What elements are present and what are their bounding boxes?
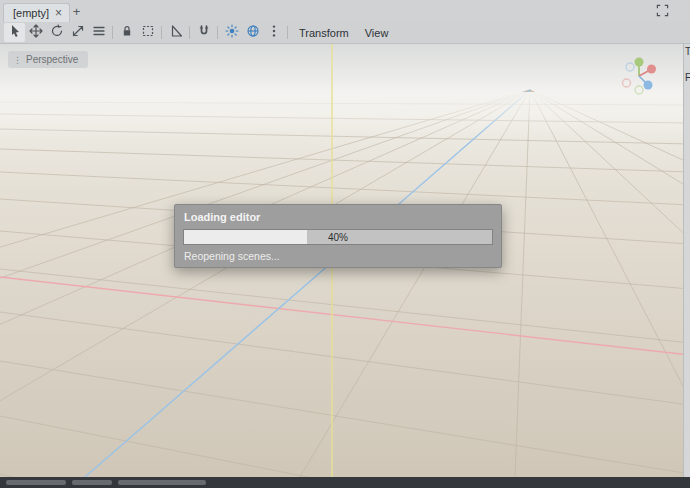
group-tool-button[interactable] (137, 23, 158, 42)
rotate-tool-icon (50, 24, 64, 42)
sun-icon (225, 24, 239, 42)
ruler-tool-button[interactable] (165, 23, 186, 42)
snap-magnet-icon (197, 24, 211, 42)
snap-tool-button[interactable] (193, 23, 214, 42)
loading-dialog: Loading editor 40% Reopening scenes... (174, 204, 502, 268)
expand-icon (656, 3, 669, 21)
select-tool-icon (8, 24, 22, 42)
expand-window-button[interactable] (655, 4, 670, 19)
gizmo-x-positive[interactable] (647, 65, 656, 74)
list-select-tool-button[interactable] (88, 23, 109, 42)
tab-bar: [empty] × + (0, 0, 690, 22)
gizmo-y-positive[interactable] (635, 58, 644, 67)
perspective-label: Perspective (26, 54, 78, 65)
list-select-icon (92, 24, 106, 42)
loading-dialog-title: Loading editor (184, 211, 260, 223)
more-options-button[interactable] (263, 23, 284, 42)
view-axis-gizmo[interactable] (617, 54, 661, 98)
more-options-icon (267, 24, 281, 42)
tab-close-icon[interactable]: × (55, 7, 62, 19)
scale-tool-button[interactable] (67, 23, 88, 42)
lock-tool-button[interactable] (116, 23, 137, 42)
environment-preview-toggle[interactable] (242, 23, 263, 42)
toolbar-separator (217, 26, 218, 39)
right-dock-clipped: Tr Fi (683, 44, 690, 477)
status-bar (0, 477, 690, 488)
loading-status-text: Reopening scenes... (184, 250, 280, 262)
gizmo-z-positive[interactable] (644, 81, 653, 90)
move-tool-icon (29, 24, 43, 42)
group-icon (141, 24, 155, 42)
toolbar: Transform View (0, 22, 690, 44)
environment-globe-icon (246, 24, 260, 42)
status-text-blur (72, 480, 112, 485)
scene-tab-label: [empty] (13, 7, 49, 19)
move-tool-button[interactable] (25, 23, 46, 42)
progress-percent-label: 40% (184, 230, 492, 244)
right-dock-label-1[interactable]: Tr (685, 46, 690, 57)
status-text-blur (6, 480, 66, 485)
ruler-icon (169, 24, 183, 42)
transform-menu[interactable]: Transform (291, 22, 357, 43)
view-menu[interactable]: View (357, 22, 397, 43)
sun-preview-toggle[interactable] (221, 23, 242, 42)
perspective-menu-icon: ⋮ (13, 55, 22, 65)
status-text-blur (118, 480, 206, 485)
rotate-tool-button[interactable] (46, 23, 67, 42)
scene-tab[interactable]: [empty] × (3, 3, 70, 22)
toolbar-separator (112, 26, 113, 39)
viewport-3d[interactable]: ⋮ Perspective Loading editor 40% Reopeni… (0, 44, 683, 477)
gizmo-negative-axes[interactable] (623, 63, 644, 94)
scale-tool-icon (71, 24, 85, 42)
select-tool-button[interactable] (4, 23, 25, 42)
perspective-button[interactable]: ⋮ Perspective (8, 51, 88, 68)
add-tab-button[interactable]: + (68, 3, 85, 20)
toolbar-separator (287, 26, 288, 39)
right-dock-label-2[interactable]: Fi (685, 72, 690, 83)
progress-bar: 40% (183, 229, 493, 245)
toolbar-separator (189, 26, 190, 39)
lock-icon (120, 24, 134, 42)
toolbar-separator (161, 26, 162, 39)
